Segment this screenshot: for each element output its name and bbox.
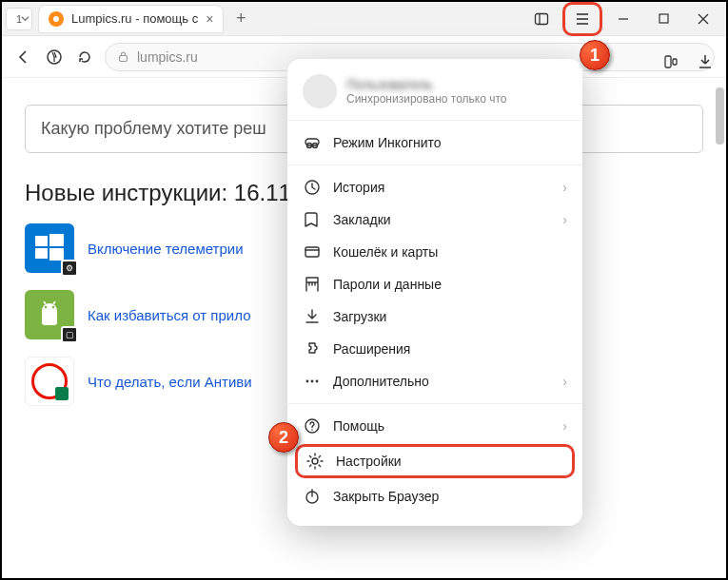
browser-window: 1 Lumpics.ru - помощь с × + bbox=[0, 0, 728, 580]
article-link[interactable]: Включение телеметрии bbox=[88, 241, 244, 257]
account-name: Пользователь bbox=[346, 77, 506, 92]
url-text: lumpics.ru bbox=[137, 49, 198, 65]
svg-rect-16 bbox=[49, 248, 64, 261]
svg-point-28 bbox=[316, 380, 319, 383]
bookmark-icon bbox=[303, 210, 322, 229]
svg-rect-0 bbox=[536, 13, 548, 24]
article-link[interactable]: Как избавиться от прило bbox=[88, 307, 250, 323]
svg-point-17 bbox=[45, 306, 48, 309]
window-maximize-icon[interactable] bbox=[644, 4, 682, 34]
menu-item-incognito[interactable]: Режим Инкогнито bbox=[287, 126, 582, 159]
settings-icon bbox=[305, 452, 325, 471]
nav-back-button[interactable] bbox=[13, 47, 34, 68]
svg-rect-14 bbox=[49, 234, 64, 246]
chevron-right-icon: › bbox=[562, 374, 567, 389]
menu-item-label: Закладки bbox=[333, 212, 391, 227]
svg-rect-6 bbox=[659, 14, 668, 23]
download-icon bbox=[303, 307, 322, 326]
menu-item-puzzle[interactable]: Расширения bbox=[287, 333, 582, 365]
window-close-icon[interactable] bbox=[684, 4, 722, 34]
downloads-icon[interactable] bbox=[694, 51, 717, 72]
tab-counter[interactable]: 1 bbox=[6, 8, 32, 30]
help-icon bbox=[303, 416, 322, 435]
more-icon bbox=[303, 372, 322, 391]
svg-line-19 bbox=[44, 301, 46, 304]
menu-item-label: Дополнительно bbox=[333, 374, 429, 389]
tab-close-icon[interactable]: × bbox=[206, 11, 213, 27]
svg-rect-12 bbox=[673, 59, 677, 65]
article-link[interactable]: Что делать, если Антиви bbox=[88, 374, 252, 390]
history-icon bbox=[303, 178, 322, 197]
menu-item-label: Кошелёк и карты bbox=[333, 244, 438, 260]
svg-rect-15 bbox=[35, 248, 48, 259]
menu-item-label: Настройки bbox=[336, 454, 402, 469]
menu-item-settings[interactable]: Настройки bbox=[295, 444, 575, 478]
menu-item-help[interactable]: Помощь› bbox=[287, 410, 582, 442]
menu-item-label: История bbox=[333, 180, 384, 195]
annotation-badge-1: 1 bbox=[580, 40, 610, 70]
main-menu-highlight bbox=[562, 2, 602, 36]
sidebar-toggle-icon[interactable] bbox=[522, 4, 561, 34]
menu-item-label: Помощь bbox=[333, 418, 384, 434]
menu-item-download[interactable]: Загрузки bbox=[287, 300, 582, 333]
window-minimize-icon[interactable] bbox=[604, 4, 642, 34]
overlay-icon: ⚙ bbox=[61, 260, 78, 277]
power-icon bbox=[303, 487, 322, 506]
svg-point-27 bbox=[311, 380, 314, 383]
menu-item-wallet[interactable]: Кошелёк и карты bbox=[287, 236, 582, 268]
avatar-icon bbox=[303, 74, 337, 108]
chevron-right-icon: › bbox=[562, 212, 567, 227]
menu-item-label: Режим Инкогнито bbox=[333, 135, 442, 150]
svg-rect-10 bbox=[120, 56, 128, 62]
chevron-right-icon: › bbox=[562, 418, 567, 434]
svg-rect-13 bbox=[35, 236, 48, 246]
key-icon bbox=[303, 275, 322, 294]
svg-point-31 bbox=[312, 458, 318, 464]
svg-point-26 bbox=[306, 380, 309, 383]
menu-account-header[interactable]: Пользователь Синхронизировано только что bbox=[287, 68, 582, 121]
menu-item-bookmark[interactable]: Закладки› bbox=[287, 203, 582, 236]
menu-item-key[interactable]: Пароли и данные bbox=[287, 268, 582, 300]
menu-item-label: Загрузки bbox=[333, 309, 386, 324]
windows-icon: ⚙ bbox=[25, 223, 74, 273]
menu-item-history[interactable]: История› bbox=[287, 171, 582, 203]
incognito-icon bbox=[303, 133, 322, 152]
svg-rect-11 bbox=[665, 56, 671, 68]
svg-line-20 bbox=[53, 301, 55, 304]
main-menu-dropdown: Пользователь Синхронизировано только что… bbox=[287, 59, 582, 526]
yandex-home-icon[interactable] bbox=[44, 47, 65, 68]
svg-rect-25 bbox=[305, 247, 319, 257]
menu-item-more[interactable]: Дополнительно› bbox=[287, 365, 582, 397]
menu-separator bbox=[287, 164, 582, 165]
tab-bar: 1 Lumpics.ru - помощь с × + bbox=[2, 2, 726, 36]
puzzle-icon bbox=[303, 339, 322, 358]
wallet-icon bbox=[303, 242, 322, 261]
main-menu-button[interactable] bbox=[566, 6, 599, 32]
reload-button[interactable] bbox=[74, 47, 95, 68]
chevron-right-icon: › bbox=[562, 180, 567, 195]
active-tab[interactable]: Lumpics.ru - помощь с × bbox=[38, 5, 224, 33]
menu-item-label: Закрыть Браузер bbox=[333, 489, 439, 504]
sync-status: Синхронизировано только что bbox=[346, 92, 506, 106]
extensions-icon[interactable] bbox=[659, 51, 682, 72]
tab-favicon-icon bbox=[49, 11, 64, 27]
menu-item-power[interactable]: Закрыть Браузер bbox=[287, 480, 582, 512]
overlay-icon: ▢ bbox=[61, 326, 78, 343]
new-tab-button[interactable]: + bbox=[227, 6, 254, 32]
svg-point-30 bbox=[311, 429, 313, 431]
svg-point-18 bbox=[52, 306, 55, 309]
android-icon: ▢ bbox=[25, 290, 74, 339]
yandex-browser-icon bbox=[25, 357, 74, 406]
lock-icon bbox=[117, 50, 129, 63]
menu-item-label: Пароли и данные bbox=[333, 277, 442, 292]
menu-separator bbox=[287, 403, 582, 404]
tab-title: Lumpics.ru - помощь с bbox=[71, 11, 198, 26]
menu-item-label: Расширения bbox=[333, 341, 410, 357]
toolbar-right bbox=[659, 51, 717, 72]
annotation-badge-2: 2 bbox=[268, 422, 299, 453]
